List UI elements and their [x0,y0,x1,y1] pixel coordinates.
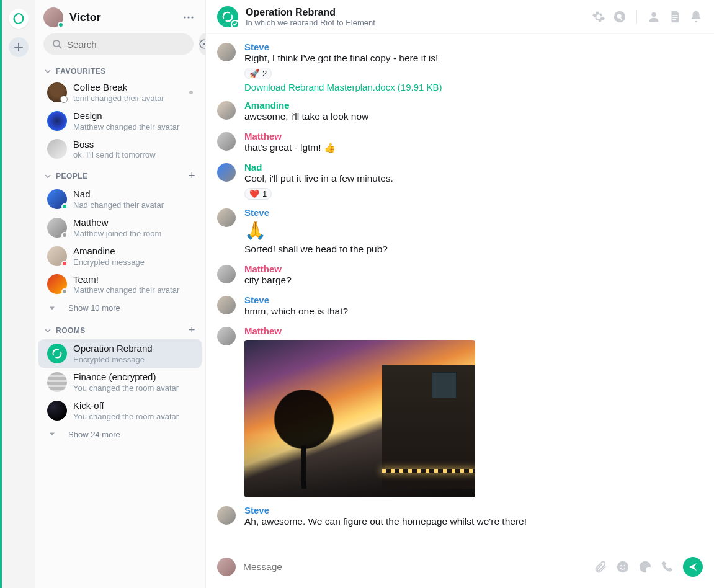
reaction-pill[interactable]: ❤️1 [244,188,272,200]
message: Stevehmm, which one is that? [217,291,703,322]
unread-indicator [189,91,193,94]
message-sender[interactable]: Steve [244,207,703,218]
notifications-button[interactable] [689,10,703,24]
room-item[interactable]: Team!Matthew changed their avatar [38,270,202,299]
reaction-emoji: ❤️ [249,189,259,198]
user-menu-button[interactable] [181,9,197,25]
message-timeline[interactable]: SteveRight, I think I've got the final c… [206,34,714,551]
show-more-rooms[interactable]: Show 24 more [35,425,205,444]
message-sender[interactable]: Matthew [244,131,703,141]
composer-input[interactable] [243,561,586,572]
svg-point-9 [651,12,656,17]
message-avatar[interactable] [217,132,236,151]
send-icon [688,562,698,572]
search-icon [613,10,627,24]
message-sender[interactable]: Amandine [244,100,703,110]
voice-call-button[interactable] [661,560,674,574]
room-item-avatar [47,189,67,209]
room-item[interactable]: DesignMatthew changed their avatar [38,107,202,135]
room-item-title: Finance (encrypted) [73,372,193,383]
message-avatar[interactable] [217,43,236,61]
room-item[interactable]: NadNad changed their avatar [38,185,202,213]
settings-button[interactable] [592,10,605,24]
room-item-avatar [47,274,67,294]
message-sender[interactable]: Nad [244,162,703,172]
room-item[interactable]: AmandineEncrypted message [38,242,202,270]
message-avatar[interactable] [217,208,236,227]
message-sender[interactable]: Steve [244,505,703,515]
room-item-subtitle: Encrypted message [73,257,193,267]
section-people-label: PEOPLE [56,172,88,180]
add-person-button[interactable]: + [189,169,195,182]
message-sender[interactable]: Matthew [244,326,703,336]
message: SteveAh, awesome. We can figure out the … [217,501,703,532]
room-item[interactable]: Finance (encrypted)You changed the room … [38,368,202,396]
explore-button[interactable] [199,33,206,55]
message-text: that's great - lgtm! 👍 [244,141,703,154]
room-item[interactable]: Kick-offYou changed the room avatar [38,396,202,425]
message-avatar[interactable] [217,506,236,525]
svg-point-15 [624,565,625,566]
svg-rect-12 [672,19,676,20]
search-room-button[interactable] [613,10,627,24]
section-rooms-header[interactable]: ROOMS + [35,318,205,339]
room-item-title: Matthew [73,217,193,229]
room-item[interactable]: Coffee Breaktoml changed their avatar [38,78,202,107]
svg-point-0 [184,16,185,18]
search-box[interactable] [43,33,194,55]
user-header: Victor [35,0,205,33]
home-space-button[interactable] [9,9,29,29]
svg-point-7 [617,14,621,18]
show-more-people[interactable]: Show 10 more [35,298,205,318]
message-avatar[interactable] [217,101,236,120]
room-item-title: Nad [73,189,193,200]
bell-icon [689,10,703,24]
message-text: Ah, awesome. We can figure out the homep… [244,515,703,528]
room-item-subtitle: Matthew changed their avatar [73,285,193,295]
section-favourites-header[interactable]: FAVOURITES [35,61,205,78]
message: Amandineawesome, i'll take a look now [217,96,703,127]
message-avatar[interactable] [217,163,236,182]
room-item-subtitle: toml changed their avatar [73,94,183,103]
attach-button[interactable] [594,560,607,574]
files-button[interactable] [668,10,682,24]
phone-icon [661,560,674,574]
create-space-button[interactable] [9,37,29,57]
search-input[interactable] [67,39,185,50]
add-room-button[interactable]: + [189,324,195,337]
sticker-button[interactable] [638,560,652,574]
room-item[interactable]: Bossok, I'll send it tomorrow [38,135,202,164]
svg-point-2 [191,16,193,18]
room-avatar[interactable] [217,6,238,27]
send-button[interactable] [683,557,703,577]
message-image[interactable] [244,340,475,497]
emoji-button[interactable] [616,560,630,574]
svg-point-13 [617,561,628,572]
room-item[interactable]: Operation RebrandEncrypted message [38,339,202,368]
message: Matthew [217,322,703,501]
members-button[interactable] [647,10,661,24]
room-item-title: Kick-off [73,400,193,412]
room-item-subtitle: Nad changed their avatar [73,200,193,210]
room-item-avatar [47,111,67,131]
message-sender[interactable]: Steve [244,295,703,305]
room-item[interactable]: MatthewMatthew joined the room [38,213,202,242]
message-avatar[interactable] [217,265,236,283]
user-name: Victor [69,11,174,24]
room-item-title: Amandine [73,246,193,257]
room-list-panel: Victor FAVOURITES Coffee Breaktoml chang… [35,0,206,588]
user-avatar[interactable] [43,7,63,27]
file-download-link[interactable]: Download Rebrand Masterplan.docx (19.91 … [244,82,703,92]
message-avatar[interactable] [217,296,236,314]
message-avatar[interactable] [217,327,236,345]
room-item-avatar [47,372,67,392]
section-people-header[interactable]: PEOPLE + [35,163,205,185]
reaction-pill[interactable]: 🚀2 [244,68,272,79]
room-item-title: Boss [73,139,193,151]
reaction-count: 1 [262,189,267,198]
message-sender[interactable]: Matthew [244,264,703,274]
message-text: Sorted! shall we head to the pub? [244,243,703,256]
svg-point-14 [620,565,622,566]
message-sender[interactable]: Steve [244,42,703,52]
room-item-title: Operation Rebrand [73,343,193,355]
